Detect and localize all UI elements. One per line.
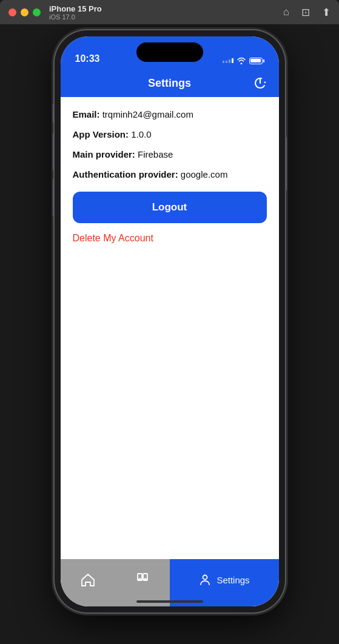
os-version: iOS 17.0 <box>49 13 102 21</box>
device-name: iPhone 15 Pro <box>49 4 102 13</box>
battery-icon <box>249 58 264 64</box>
power-button[interactable] <box>251 74 269 92</box>
content-area: Email: trqminh24@gmail.com App Version: … <box>61 97 279 559</box>
power-icon <box>253 76 267 90</box>
volume-down-button <box>53 178 55 217</box>
email-row: Email: trqminh24@gmail.com <box>73 109 267 119</box>
home-indicator <box>136 600 203 603</box>
status-time: 10:33 <box>75 53 100 64</box>
status-bar: 10:33 <box>61 36 279 69</box>
phone-container: 10:33 <box>55 30 285 612</box>
auth-row: Authentication provider: google.com <box>73 169 267 179</box>
dynamic-island <box>136 42 203 62</box>
status-icons <box>223 57 264 64</box>
nav-bar: Settings <box>61 69 279 97</box>
settings-tab-icon <box>198 573 212 586</box>
settings-tab-label: Settings <box>216 575 249 585</box>
delete-account-link[interactable]: Delete My Account <box>73 233 267 244</box>
share-icon[interactable]: ⬆ <box>322 6 331 19</box>
screenshot-icon[interactable]: ⊡ <box>301 6 310 19</box>
minimize-dot[interactable] <box>21 8 29 16</box>
phone-screen: 10:33 <box>61 36 279 606</box>
silent-button <box>53 103 55 124</box>
tab-home[interactable] <box>61 559 115 606</box>
device-info: iPhone 15 Pro iOS 17.0 <box>49 4 102 21</box>
home-tab-icon <box>80 572 96 588</box>
mac-toolbar-icons: ⌂ ⊡ ⬆ <box>283 6 331 19</box>
tab-bar: Settings <box>61 559 279 606</box>
home-mac-icon[interactable]: ⌂ <box>283 6 289 19</box>
nav-title: Settings <box>148 77 191 90</box>
fullscreen-dot[interactable] <box>33 8 41 16</box>
version-row: App Version: 1.0.0 <box>73 129 267 139</box>
provider-row: Main provider: Firebase <box>73 149 267 159</box>
signal-icon <box>223 58 233 63</box>
bookmarks-tab-icon <box>135 572 150 588</box>
close-dot[interactable] <box>8 8 16 16</box>
tab-bookmarks[interactable] <box>115 559 170 606</box>
phone-shell: 10:33 <box>55 30 285 612</box>
wifi-icon <box>237 57 246 64</box>
svg-point-4 <box>203 575 207 580</box>
logout-button[interactable]: Logout <box>73 192 267 223</box>
tab-settings[interactable]: Settings <box>170 559 279 606</box>
volume-up-button <box>53 132 55 171</box>
power-side-button <box>285 136 287 191</box>
mac-traffic-lights <box>8 8 41 16</box>
